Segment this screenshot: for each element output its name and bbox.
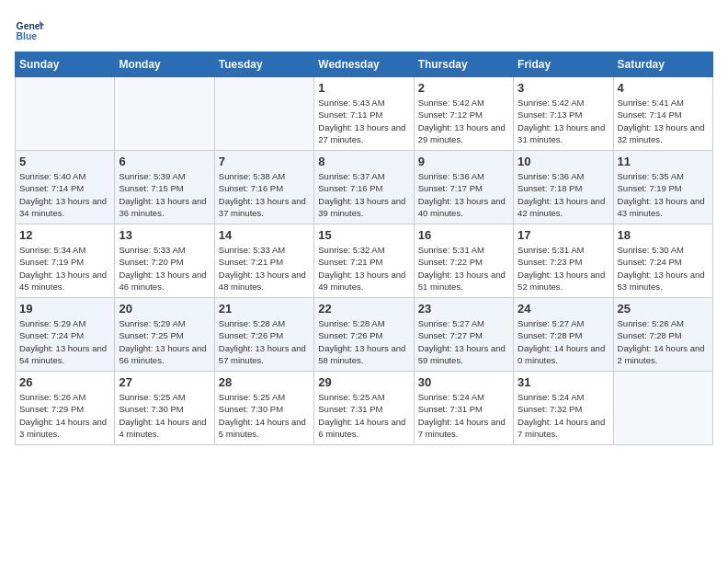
calendar-cell: 5Sunrise: 5:40 AMSunset: 7:14 PMDaylight… xyxy=(16,151,115,224)
day-info: Sunrise: 5:27 AMSunset: 7:27 PMDaylight:… xyxy=(418,317,509,366)
logo: General Blue xyxy=(15,15,44,44)
day-number: 3 xyxy=(518,81,609,95)
day-info: Sunrise: 5:36 AMSunset: 7:18 PMDaylight:… xyxy=(518,170,609,219)
day-info: Sunrise: 5:41 AMSunset: 7:14 PMDaylight:… xyxy=(618,97,709,145)
calendar-cell: 13Sunrise: 5:33 AMSunset: 7:20 PMDayligh… xyxy=(115,224,214,298)
calendar-week-1: 1Sunrise: 5:43 AMSunset: 7:11 PMDaylight… xyxy=(16,77,713,151)
calendar-cell: 27Sunrise: 5:25 AMSunset: 7:30 PMDayligh… xyxy=(115,372,214,445)
day-number: 7 xyxy=(219,155,310,168)
day-number: 20 xyxy=(119,302,210,316)
day-number: 1 xyxy=(318,81,409,95)
day-number: 15 xyxy=(318,228,409,242)
day-info: Sunrise: 5:30 AMSunset: 7:24 PMDaylight:… xyxy=(618,244,709,293)
calendar-cell: 20Sunrise: 5:29 AMSunset: 7:25 PMDayligh… xyxy=(115,298,214,372)
calendar-cell: 7Sunrise: 5:38 AMSunset: 7:16 PMDaylight… xyxy=(214,151,313,224)
day-number: 10 xyxy=(518,155,609,168)
day-number: 8 xyxy=(318,155,409,168)
calendar-cell: 26Sunrise: 5:26 AMSunset: 7:29 PMDayligh… xyxy=(16,372,115,445)
calendar-cell: 11Sunrise: 5:35 AMSunset: 7:19 PMDayligh… xyxy=(613,151,712,224)
calendar-cell: 19Sunrise: 5:29 AMSunset: 7:24 PMDayligh… xyxy=(16,298,115,372)
day-number: 19 xyxy=(19,302,110,316)
day-number: 16 xyxy=(418,228,509,242)
calendar-week-4: 19Sunrise: 5:29 AMSunset: 7:24 PMDayligh… xyxy=(16,298,713,372)
day-header-thursday: Thursday xyxy=(414,52,513,77)
calendar-cell: 23Sunrise: 5:27 AMSunset: 7:27 PMDayligh… xyxy=(414,298,513,372)
calendar-cell: 24Sunrise: 5:27 AMSunset: 7:28 PMDayligh… xyxy=(514,298,613,372)
calendar-table: SundayMondayTuesdayWednesdayThursdayFrid… xyxy=(15,52,713,445)
day-header-friday: Friday xyxy=(514,52,613,77)
day-number: 30 xyxy=(418,375,509,389)
calendar-cell: 9Sunrise: 5:36 AMSunset: 7:17 PMDaylight… xyxy=(414,151,513,224)
calendar-cell: 17Sunrise: 5:31 AMSunset: 7:23 PMDayligh… xyxy=(514,224,613,298)
calendar-cell: 21Sunrise: 5:28 AMSunset: 7:26 PMDayligh… xyxy=(214,298,313,372)
day-info: Sunrise: 5:36 AMSunset: 7:17 PMDaylight:… xyxy=(418,170,509,219)
day-number: 22 xyxy=(318,302,409,316)
day-info: Sunrise: 5:26 AMSunset: 7:29 PMDaylight:… xyxy=(19,391,110,440)
day-number: 4 xyxy=(618,81,709,95)
day-info: Sunrise: 5:24 AMSunset: 7:31 PMDaylight:… xyxy=(418,391,509,440)
calendar-cell xyxy=(115,77,214,151)
day-info: Sunrise: 5:32 AMSunset: 7:21 PMDaylight:… xyxy=(318,244,409,293)
day-info: Sunrise: 5:29 AMSunset: 7:24 PMDaylight:… xyxy=(19,317,110,366)
day-header-monday: Monday xyxy=(115,52,214,77)
day-info: Sunrise: 5:25 AMSunset: 7:30 PMDaylight:… xyxy=(219,391,310,440)
day-number: 18 xyxy=(618,228,709,242)
day-number: 13 xyxy=(119,228,210,242)
day-info: Sunrise: 5:38 AMSunset: 7:16 PMDaylight:… xyxy=(219,170,310,219)
day-info: Sunrise: 5:29 AMSunset: 7:25 PMDaylight:… xyxy=(119,317,210,366)
day-info: Sunrise: 5:26 AMSunset: 7:28 PMDaylight:… xyxy=(618,317,709,366)
calendar-cell: 31Sunrise: 5:24 AMSunset: 7:32 PMDayligh… xyxy=(514,372,613,445)
day-number: 17 xyxy=(518,228,609,242)
day-number: 14 xyxy=(219,228,310,242)
calendar-cell: 16Sunrise: 5:31 AMSunset: 7:22 PMDayligh… xyxy=(414,224,513,298)
calendar-cell: 3Sunrise: 5:42 AMSunset: 7:13 PMDaylight… xyxy=(514,77,613,151)
logo-icon: General Blue xyxy=(15,15,44,44)
calendar-cell: 28Sunrise: 5:25 AMSunset: 7:30 PMDayligh… xyxy=(214,372,313,445)
day-header-sunday: Sunday xyxy=(16,52,115,77)
day-info: Sunrise: 5:33 AMSunset: 7:21 PMDaylight:… xyxy=(219,244,310,293)
day-info: Sunrise: 5:25 AMSunset: 7:31 PMDaylight:… xyxy=(318,391,409,440)
calendar-cell xyxy=(613,372,712,445)
day-info: Sunrise: 5:25 AMSunset: 7:30 PMDaylight:… xyxy=(119,391,210,440)
day-number: 23 xyxy=(418,302,509,316)
calendar-cell: 15Sunrise: 5:32 AMSunset: 7:21 PMDayligh… xyxy=(314,224,414,298)
calendar-cell xyxy=(214,77,313,151)
day-number: 12 xyxy=(19,228,110,242)
calendar-cell: 4Sunrise: 5:41 AMSunset: 7:14 PMDaylight… xyxy=(613,77,712,151)
calendar-week-2: 5Sunrise: 5:40 AMSunset: 7:14 PMDaylight… xyxy=(16,151,713,224)
calendar-cell: 12Sunrise: 5:34 AMSunset: 7:19 PMDayligh… xyxy=(16,224,115,298)
day-info: Sunrise: 5:40 AMSunset: 7:14 PMDaylight:… xyxy=(19,170,110,219)
day-info: Sunrise: 5:35 AMSunset: 7:19 PMDaylight:… xyxy=(618,170,709,219)
calendar-cell: 1Sunrise: 5:43 AMSunset: 7:11 PMDaylight… xyxy=(314,77,414,151)
calendar-cell: 14Sunrise: 5:33 AMSunset: 7:21 PMDayligh… xyxy=(214,224,313,298)
day-number: 11 xyxy=(618,155,709,168)
day-info: Sunrise: 5:34 AMSunset: 7:19 PMDaylight:… xyxy=(19,244,110,293)
svg-text:Blue: Blue xyxy=(17,31,38,41)
day-number: 6 xyxy=(119,155,210,168)
calendar-week-5: 26Sunrise: 5:26 AMSunset: 7:29 PMDayligh… xyxy=(16,372,713,445)
calendar-header-row: SundayMondayTuesdayWednesdayThursdayFrid… xyxy=(16,52,713,77)
day-header-wednesday: Wednesday xyxy=(314,52,414,77)
day-number: 28 xyxy=(219,375,310,389)
day-info: Sunrise: 5:28 AMSunset: 7:26 PMDaylight:… xyxy=(219,317,310,366)
calendar-cell: 10Sunrise: 5:36 AMSunset: 7:18 PMDayligh… xyxy=(514,151,613,224)
day-number: 29 xyxy=(318,375,409,389)
calendar-cell: 25Sunrise: 5:26 AMSunset: 7:28 PMDayligh… xyxy=(613,298,712,372)
day-number: 9 xyxy=(418,155,509,168)
day-info: Sunrise: 5:43 AMSunset: 7:11 PMDaylight:… xyxy=(318,97,409,145)
day-info: Sunrise: 5:39 AMSunset: 7:15 PMDaylight:… xyxy=(119,170,210,219)
day-info: Sunrise: 5:33 AMSunset: 7:20 PMDaylight:… xyxy=(119,244,210,293)
day-info: Sunrise: 5:42 AMSunset: 7:13 PMDaylight:… xyxy=(518,97,609,145)
day-number: 24 xyxy=(518,302,609,316)
calendar-cell: 8Sunrise: 5:37 AMSunset: 7:16 PMDaylight… xyxy=(314,151,414,224)
day-info: Sunrise: 5:31 AMSunset: 7:23 PMDaylight:… xyxy=(518,244,609,293)
calendar-week-3: 12Sunrise: 5:34 AMSunset: 7:19 PMDayligh… xyxy=(16,224,713,298)
day-number: 5 xyxy=(19,155,110,168)
day-number: 21 xyxy=(219,302,310,316)
day-number: 27 xyxy=(119,375,210,389)
day-info: Sunrise: 5:27 AMSunset: 7:28 PMDaylight:… xyxy=(518,317,609,366)
day-info: Sunrise: 5:28 AMSunset: 7:26 PMDaylight:… xyxy=(318,317,409,366)
day-number: 25 xyxy=(618,302,709,316)
day-header-tuesday: Tuesday xyxy=(214,52,313,77)
day-info: Sunrise: 5:31 AMSunset: 7:22 PMDaylight:… xyxy=(418,244,509,293)
